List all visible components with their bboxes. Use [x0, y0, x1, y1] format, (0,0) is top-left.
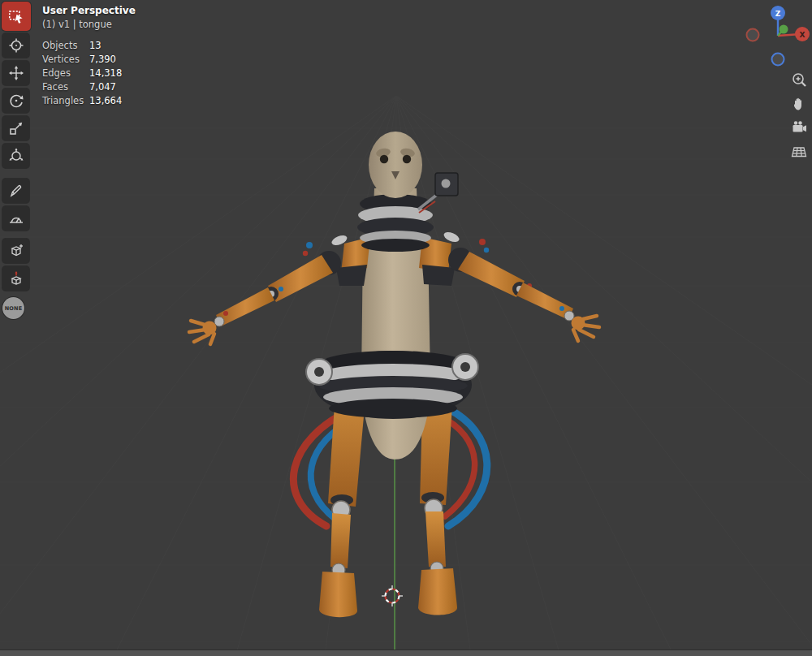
move-icon — [8, 65, 24, 81]
torso — [361, 236, 430, 460]
view-name: User Perspective — [42, 5, 136, 16]
pan-control[interactable] — [789, 94, 809, 114]
none-label: NONE — [5, 305, 23, 312]
measure-protractor-icon — [8, 210, 24, 227]
zoom-control[interactable] — [789, 70, 809, 89]
gizmo-axis-y[interactable] — [780, 25, 788, 34]
right-arm — [448, 248, 599, 341]
collection-object-name: (1) v1 | tongue — [42, 19, 136, 30]
tool-move[interactable] — [2, 61, 29, 85]
tool-scale[interactable] — [2, 116, 29, 140]
stat-row: Triangles13,664 — [42, 95, 122, 109]
head — [369, 132, 422, 198]
stat-row: Vertices7,390 — [42, 54, 122, 67]
cursor-tool-icon — [8, 37, 24, 54]
stat-row: Faces7,047 — [42, 81, 122, 95]
tool-select-box[interactable] — [2, 2, 31, 31]
gizmo-z-label: Z — [775, 10, 781, 18]
gizmo-axis-x-neg[interactable] — [747, 29, 759, 41]
tool-add-cube[interactable] — [2, 239, 29, 263]
stat-row: Edges14,318 — [42, 67, 122, 81]
camera-view-control[interactable] — [789, 118, 809, 137]
gizmo-axis-z-neg[interactable] — [772, 54, 784, 66]
grid-projection-icon — [791, 144, 807, 160]
tool-transform[interactable] — [2, 144, 29, 168]
scene-statistics: Objects13 Vertices7,390 Edges14,318 Face… — [42, 40, 122, 109]
scale-icon — [8, 120, 24, 136]
camera-icon — [791, 119, 808, 136]
transform-icon — [8, 148, 24, 164]
add-cube-icon — [8, 243, 24, 259]
hip-assembly — [306, 351, 478, 419]
tool-measure[interactable] — [2, 206, 29, 231]
tool-none-badge[interactable]: NONE — [2, 297, 24, 319]
tool-cursor[interactable] — [2, 33, 29, 58]
status-bar — [0, 650, 812, 656]
projection-toggle-control[interactable] — [789, 142, 809, 162]
tool-annotate[interactable] — [2, 179, 29, 203]
robot-character[interactable] — [189, 132, 599, 617]
tool-rotate[interactable] — [2, 88, 29, 113]
gizmo-x-label: X — [800, 31, 806, 39]
rotate-icon — [8, 93, 24, 109]
annotate-pen-icon — [8, 183, 24, 199]
select-box-icon — [7, 7, 25, 25]
zoom-icon — [791, 71, 807, 88]
stat-row: Objects13 — [42, 40, 122, 54]
tool-extra[interactable] — [2, 266, 29, 291]
3d-viewport[interactable]: User Perspective (1) v1 | tongue Objects… — [0, 0, 812, 656]
left-arm — [189, 251, 341, 344]
hand-icon — [791, 96, 807, 112]
extra-tool-icon — [8, 270, 24, 287]
viewport-header: User Perspective (1) v1 | tongue — [42, 5, 136, 30]
navigation-gizmo[interactable]: Z X — [744, 3, 812, 70]
